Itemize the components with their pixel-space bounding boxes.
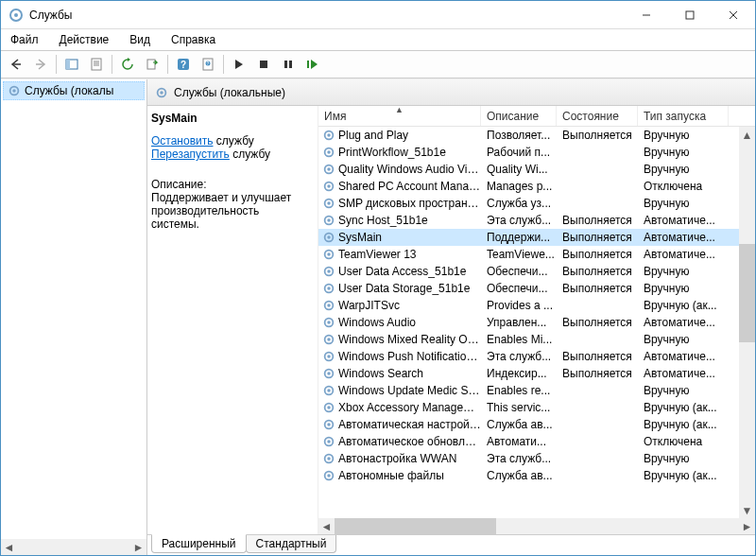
content: SysMain Остановить службу Перезапустить … [147, 106, 755, 534]
service-row[interactable]: PrintWorkflow_51b1eРабочий п...Вручную [318, 144, 739, 161]
cell-startup: Вручную (ак... [638, 418, 729, 431]
tree-root-item[interactable]: Службы (локалы [3, 81, 145, 100]
svg-point-29 [327, 133, 331, 137]
cell-name: SysMain [318, 231, 481, 244]
cell-state: Выполняется [557, 248, 638, 261]
restart-service-button[interactable] [301, 53, 324, 76]
scroll-right-icon[interactable]: ► [739, 518, 755, 534]
service-row[interactable]: Quality Windows Audio Vid...Quality Wi..… [318, 161, 739, 178]
menu-file[interactable]: Файл [7, 31, 43, 48]
start-service-button[interactable] [228, 53, 250, 76]
vertical-scrollbar[interactable]: ▲ ▼ [739, 127, 755, 518]
scroll-left-icon[interactable]: ◄ [318, 518, 335, 534]
stop-service-button[interactable] [252, 53, 275, 76]
service-row[interactable]: TeamViewer 13TeamViewe...ВыполняетсяАвто… [318, 246, 739, 263]
stop-service-link[interactable]: Остановить [151, 134, 214, 148]
svg-point-45 [327, 269, 331, 273]
tree-pane: Службы (локалы ◄ ► [1, 79, 147, 555]
cell-name: User Data Access_51b1e [318, 265, 481, 278]
minimize-button[interactable] [625, 1, 668, 29]
service-row[interactable]: Plug and PlayПозволяет...ВыполняетсяВруч… [318, 127, 739, 144]
selected-service-name: SysMain [151, 112, 310, 125]
service-row[interactable]: SMP дисковых пространст...Служба уз...Вр… [318, 195, 739, 212]
gear-icon [8, 84, 21, 97]
scroll-right-icon[interactable]: ► [130, 539, 146, 555]
scroll-up-icon[interactable]: ▲ [739, 127, 755, 143]
scroll-down-icon[interactable]: ▼ [739, 502, 755, 518]
toolbar-separator [112, 55, 112, 74]
service-row[interactable]: Windows Mixed Reality Op...Enables Mi...… [318, 331, 739, 348]
scroll-left-icon[interactable]: ◄ [1, 539, 17, 555]
service-row[interactable]: Автоматическое обновлен...Автомати...Отк… [318, 433, 739, 450]
restart-service-link[interactable]: Перезапустить [151, 148, 230, 161]
service-rows: Plug and PlayПозволяет...ВыполняетсяВруч… [318, 127, 739, 518]
service-row[interactable]: Windows SearchИндексир...ВыполняетсяАвто… [318, 365, 739, 382]
close-button[interactable] [712, 1, 755, 29]
cell-description: Индексир... [481, 367, 557, 380]
horizontal-scrollbar[interactable]: ◄ ► [318, 518, 755, 534]
cell-name: Sync Host_51b1e [318, 214, 481, 227]
cell-description: Обеспечи... [481, 282, 557, 295]
svg-point-25 [12, 89, 16, 93]
cell-startup: Вручную [638, 129, 729, 142]
service-row[interactable]: Xbox Accessory Manageme...This servic...… [318, 399, 739, 416]
svg-text:?: ? [207, 61, 210, 66]
stop-service-line: Остановить службу [151, 134, 310, 148]
help-button[interactable]: ? [172, 53, 195, 76]
scroll-thumb[interactable] [335, 518, 496, 534]
col-name[interactable]: Имя▲ [318, 106, 481, 126]
svg-rect-22 [289, 61, 292, 68]
column-headers: Имя▲ Описание Состояние Тип запуска [318, 106, 755, 127]
service-row[interactable]: User Data Storage_51b1eОбеспечи...Выполн… [318, 280, 739, 297]
service-row[interactable]: Sync Host_51b1eЭта служб...ВыполняетсяАв… [318, 212, 739, 229]
scroll-thumb[interactable] [739, 244, 755, 342]
show-hide-tree-button[interactable] [60, 53, 83, 76]
cell-state: Выполняется [557, 367, 638, 380]
service-row[interactable]: Windows Push Notification...Эта служб...… [318, 348, 739, 365]
service-row[interactable]: WarpJITSvcProvides a ...Вручную (ак... [318, 297, 739, 314]
service-row[interactable]: User Data Access_51b1eОбеспечи...Выполня… [318, 263, 739, 280]
svg-point-59 [327, 389, 331, 392]
pane-title: Службы (локальные) [174, 86, 285, 99]
cell-description: Эта служб... [481, 214, 557, 227]
export-button[interactable] [141, 53, 163, 76]
tab-extended[interactable]: Расширенный [151, 534, 247, 553]
pause-service-button[interactable] [277, 53, 300, 76]
service-row[interactable]: SysMainПоддержи...ВыполняетсяАвтоматиче.… [318, 229, 739, 246]
toolbar-separator [56, 55, 57, 74]
service-row[interactable]: Windows Update Medic Ser...Enables re...… [318, 382, 739, 399]
service-row[interactable]: Shared PC Account ManagerManages p...Отк… [318, 178, 739, 195]
properties-button[interactable] [85, 53, 108, 76]
tree-hscroll[interactable]: ◄ ► [1, 539, 146, 555]
cell-description: Enables Mi... [481, 333, 557, 346]
app-icon [9, 8, 24, 23]
cell-description: Поддержи... [481, 231, 557, 244]
menu-action[interactable]: Действие [56, 31, 113, 48]
service-row[interactable]: Автономные файлыСлужба ав...Вручную (ак.… [318, 467, 739, 484]
refresh-button[interactable] [116, 53, 139, 76]
maximize-button[interactable] [668, 1, 712, 29]
forward-button[interactable] [29, 53, 52, 76]
cell-state: Выполняется [557, 214, 638, 227]
cell-startup: Автоматиче... [638, 367, 729, 380]
menu-help[interactable]: Справка [167, 31, 219, 48]
col-startup[interactable]: Тип запуска [638, 106, 729, 126]
back-button[interactable] [5, 53, 27, 76]
svg-rect-14 [147, 60, 155, 69]
gear-icon [155, 86, 168, 99]
cell-description: Provides a ... [481, 299, 557, 312]
tab-standard[interactable]: Стандартный [246, 535, 337, 553]
col-description[interactable]: Описание [481, 106, 557, 126]
description-text: Поддерживает и улучшает производительнос… [151, 191, 310, 231]
cell-name: Автономные файлы [318, 469, 481, 482]
menu-view[interactable]: Вид [126, 31, 154, 48]
cell-startup: Автоматиче... [638, 316, 729, 329]
window-title: Службы [29, 9, 625, 22]
help-topics-button[interactable]: ? [197, 53, 219, 76]
service-row[interactable]: Windows AudioУправлен...ВыполняетсяАвтом… [318, 314, 739, 331]
service-row[interactable]: Автоматическая настройк...Служба ав...Вр… [318, 416, 739, 433]
cell-description: Автомати... [481, 435, 557, 448]
service-row[interactable]: Автонастройка WWANЭта служб...Вручную [318, 450, 739, 467]
cell-name: Автонастройка WWAN [318, 452, 481, 465]
col-state[interactable]: Состояние [557, 106, 638, 126]
